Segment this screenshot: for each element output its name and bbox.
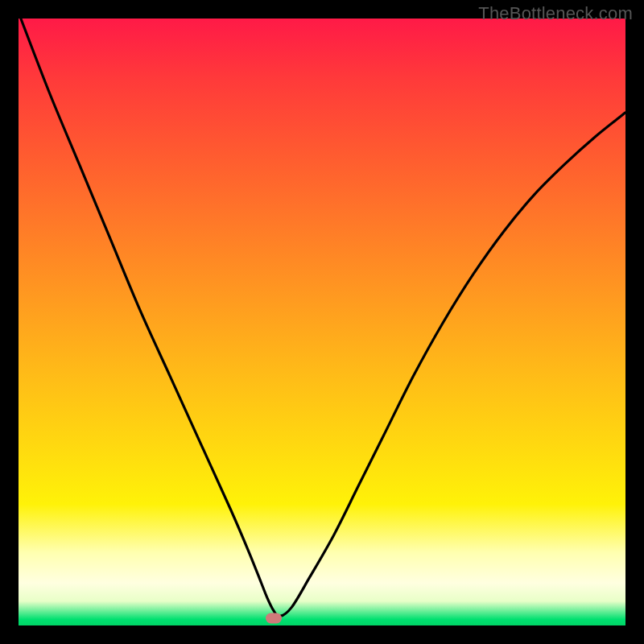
watermark-text: TheBottleneck.com xyxy=(478,3,633,24)
bottleneck-curve xyxy=(19,19,625,625)
chart-frame: TheBottleneck.com xyxy=(0,0,644,644)
optimum-marker xyxy=(266,613,282,623)
plot-area xyxy=(19,19,625,625)
